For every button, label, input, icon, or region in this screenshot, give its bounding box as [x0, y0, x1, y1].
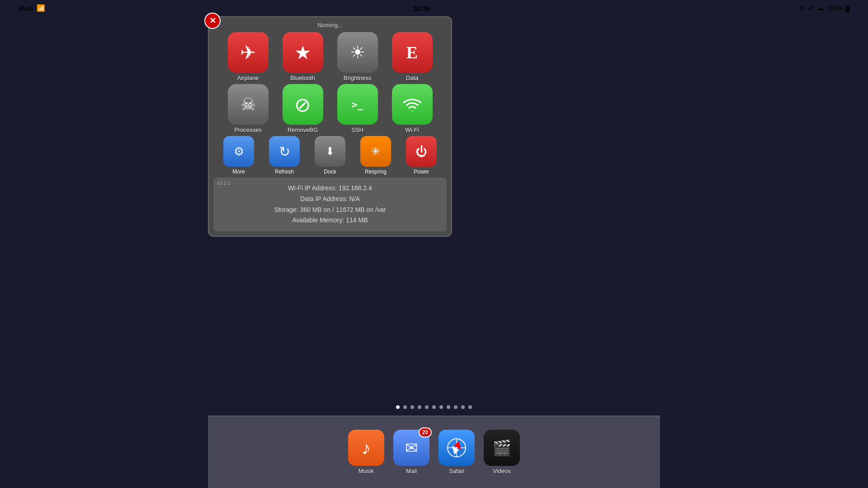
- dot-3: [410, 405, 414, 409]
- dot-10: [461, 405, 465, 409]
- memory-line: Available Memory: 114 MB: [221, 215, 439, 226]
- battery-pct: 100%: [826, 5, 843, 12]
- close-icon: ✕: [209, 16, 216, 26]
- info-panel: v3.2.1 Wi-Fi IP Address: 192.168.2.4 Dat…: [213, 178, 447, 231]
- icon-row-3: ⚙ More ↻ Refresh ⬇ Dock ✳: [213, 136, 447, 175]
- dot-8: [447, 405, 450, 409]
- removebg-button[interactable]: ⊘ RemoveBG: [277, 84, 329, 133]
- dot-5: [425, 405, 429, 409]
- dot-11: [468, 405, 472, 409]
- dot-4: [418, 405, 421, 409]
- mail-badge: 20: [419, 427, 432, 437]
- info-text: Wi-Fi IP Address: 192.168.2.4 Data IP Ad…: [221, 183, 439, 226]
- wifi-ip-line: Wi-Fi IP Address: 192.168.2.4: [221, 183, 439, 194]
- more-button[interactable]: ⚙ More: [217, 136, 260, 175]
- videos-icon: 🎬: [484, 430, 520, 466]
- processes-label: Processes: [234, 127, 262, 133]
- dot-6: [432, 405, 436, 409]
- icon-grid: ✈ Airplane ★ Bluetooth ☀ Brightness: [213, 32, 447, 175]
- device-label: iPod: [18, 5, 33, 12]
- airplane-button[interactable]: ✈ Airplane: [222, 32, 274, 81]
- bluetooth-button[interactable]: ★ Bluetooth: [277, 32, 329, 81]
- musik-icon: ♪: [348, 430, 384, 466]
- dot-9: [454, 405, 458, 409]
- temperature: -4°: [807, 5, 815, 12]
- wifi-label: Wi-Fi: [405, 127, 419, 133]
- mail-icon: ✉: [798, 5, 804, 12]
- icon-row-2: ☠ Processes ⊘ RemoveBG >_ SSH: [213, 84, 447, 133]
- bluetooth-icon: ★: [283, 32, 323, 73]
- dock-icon: ⬇: [315, 136, 345, 167]
- dock-label: Dock: [324, 169, 336, 175]
- wifi-icon-btn: [392, 84, 433, 125]
- ssh-button[interactable]: >_ SSH: [331, 84, 383, 133]
- widget-popup: ✕ Noming... ✈ Airplane ★ Bluetooth: [208, 16, 452, 237]
- dock-bar: ♪ Musik ✉ 20 Mail Safari 🎬 Videos: [208, 416, 660, 488]
- safari-dock-item[interactable]: Safari: [439, 430, 475, 474]
- icon-row-1: ✈ Airplane ★ Bluetooth ☀ Brightness: [213, 32, 447, 81]
- refresh-label: Refresh: [275, 169, 294, 175]
- data-icon: E: [392, 32, 433, 73]
- processes-button[interactable]: ☠ Processes: [222, 84, 274, 133]
- processes-icon: ☠: [228, 84, 269, 125]
- brightness-label: Brightness: [344, 75, 371, 81]
- status-bar: iPod 📶 20:38 ✉ -4° ☁ 100% ▓: [0, 0, 868, 16]
- refresh-icon: ↻: [269, 136, 300, 167]
- ssh-icon: >_: [337, 84, 378, 125]
- weather-icon: ☁: [817, 5, 824, 12]
- airplane-label: Airplane: [237, 75, 259, 81]
- storage-line: Storage: 360 MB on / 11672 MB on /var: [221, 205, 439, 216]
- widget-title: Noming...: [213, 22, 447, 28]
- brightness-icon: ☀: [337, 32, 378, 73]
- more-label: More: [232, 169, 245, 175]
- wifi-button[interactable]: Wi-Fi: [386, 84, 438, 133]
- dot-2: [403, 405, 407, 409]
- page-dots: [208, 405, 660, 409]
- version-label: v3.2.1: [217, 180, 231, 186]
- dock-button[interactable]: ⬇ Dock: [309, 136, 352, 175]
- musik-dock-item[interactable]: ♪ Musik: [348, 430, 384, 474]
- data-ip-line: Data IP Address: N/A: [221, 194, 439, 205]
- safari-icon: [439, 430, 475, 466]
- mail-label: Mail: [406, 468, 417, 474]
- data-label: Data: [406, 75, 418, 81]
- musik-label: Musik: [359, 468, 374, 474]
- bluetooth-label: Bluetooth: [290, 75, 315, 81]
- dot-1: [396, 405, 400, 409]
- airplane-icon: ✈: [228, 32, 269, 73]
- respring-icon: ✳: [360, 136, 391, 167]
- status-time: 20:38: [413, 5, 430, 12]
- safari-label: Safari: [449, 468, 464, 474]
- ssh-label: SSH: [351, 127, 363, 133]
- mail-dock-item[interactable]: ✉ 20 Mail: [393, 430, 429, 474]
- respring-button[interactable]: ✳ Respring: [354, 136, 397, 175]
- status-right: ✉ -4° ☁ 100% ▓: [798, 5, 850, 12]
- power-icon: ⏻: [406, 136, 437, 167]
- removebg-label: RemoveBG: [288, 127, 318, 133]
- more-icon: ⚙: [223, 136, 254, 167]
- dot-7: [439, 405, 443, 409]
- brightness-button[interactable]: ☀ Brightness: [331, 32, 383, 81]
- removebg-icon: ⊘: [283, 84, 323, 125]
- videos-dock-item[interactable]: 🎬 Videos: [484, 430, 520, 474]
- respring-label: Respring: [365, 169, 387, 175]
- refresh-button[interactable]: ↻ Refresh: [263, 136, 306, 175]
- videos-label: Videos: [493, 468, 511, 474]
- status-left: iPod 📶: [18, 4, 45, 12]
- wifi-icon: 📶: [37, 4, 45, 12]
- battery-icon: ▓: [845, 5, 850, 12]
- power-button[interactable]: ⏻ Power: [400, 136, 443, 175]
- data-button[interactable]: E Data: [386, 32, 438, 81]
- power-label: Power: [414, 169, 429, 175]
